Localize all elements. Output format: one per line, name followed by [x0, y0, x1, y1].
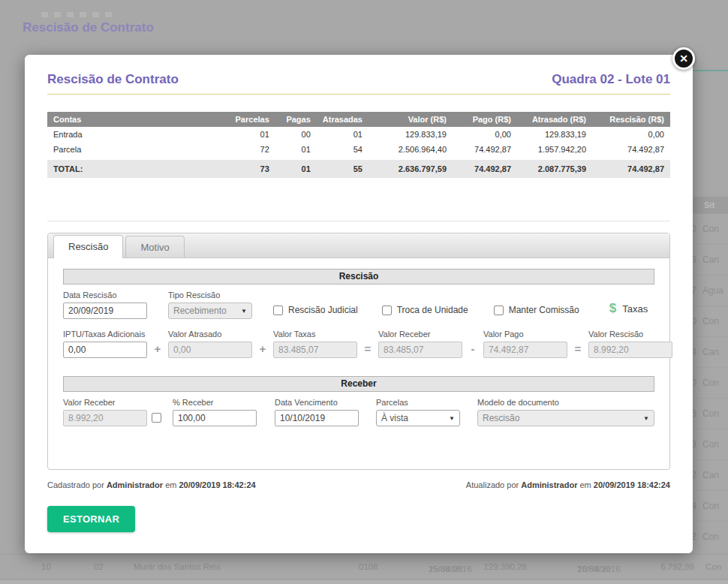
- manter-comissao-checkbox[interactable]: [494, 306, 504, 315]
- rescisao-modal: ✕ Rescisão de Contrato Quadra 02 - Lote …: [25, 55, 693, 553]
- valor-pago-label: Valor Pago: [483, 330, 567, 339]
- modal-title: Rescisão de Contrato: [47, 72, 179, 87]
- rescisao-form-row-2: IPTU/Taxas Adicionais + Valor Atrasado +…: [63, 330, 654, 358]
- valor-receber-input: [378, 342, 462, 358]
- valor-receber-field: Valor Receber: [378, 330, 462, 358]
- valor-atrasado-label: Valor Atrasado: [168, 330, 252, 339]
- tab-motivo[interactable]: Motivo: [125, 236, 184, 257]
- table-row-parcela: Parcela 72 01 54 2.506.964,40 74.492,87 …: [47, 142, 670, 158]
- header-divider: [47, 94, 670, 95]
- parcelas-label: Parcelas: [376, 398, 460, 407]
- modal-header: Rescisão de Contrato Quadra 02 - Lote 01: [47, 72, 670, 87]
- valor-taxas-input: [273, 342, 357, 358]
- receber-valor-field: Valor Receber: [63, 398, 147, 426]
- valor-rescisao-label: Valor Rescisão: [588, 330, 672, 339]
- equals-operator: =: [357, 342, 378, 358]
- data-vencimento-input[interactable]: [275, 410, 359, 426]
- receber-form-row: Valor Receber % Receber Data Vencimento …: [63, 398, 654, 426]
- rescisao-judicial-checkbox-group: Rescisão Judicial: [273, 305, 358, 315]
- bg-cell-datetime2: 26/04/2016 10:59:39: [552, 557, 602, 567]
- receber-section-title: Receber: [63, 376, 654, 392]
- bg-cell-id: 10: [41, 562, 51, 571]
- background-page-title: Rescisão de Contrato: [23, 20, 154, 35]
- data-vencimento-field: Data Vencimento: [275, 398, 359, 426]
- background-bottom-strip: [0, 580, 728, 584]
- chevron-down-icon: ▼: [449, 415, 455, 422]
- accounts-table: Contas Parcelas Pagas Atrasadas Valor (R…: [47, 112, 670, 178]
- receber-toggle-checkbox[interactable]: [152, 413, 161, 423]
- taxas-link[interactable]: $ Taxas: [609, 301, 648, 316]
- data-vencimento-label: Data Vencimento: [275, 398, 359, 407]
- perc-receber-input[interactable]: [173, 410, 257, 426]
- background-table-bottom-row: 10 02 Munir dos Santos Reis 0108 25/04/2…: [0, 554, 728, 579]
- updated-by-text: Atualizado por Administrador em 20/09/20…: [466, 480, 670, 489]
- modal-subtitle: Quadra 02 - Lote 01: [552, 72, 670, 87]
- valor-taxas-field: Valor Taxas: [273, 330, 357, 358]
- rescisao-judicial-checkbox[interactable]: [273, 306, 283, 315]
- plus-operator: +: [147, 342, 168, 358]
- taxas-label: Taxas: [622, 303, 648, 315]
- bg-cell-code: 0108: [359, 562, 378, 571]
- estornar-button[interactable]: ESTORNAR: [47, 506, 135, 532]
- close-icon[interactable]: ✕: [672, 47, 695, 70]
- equals-operator: =: [567, 342, 588, 358]
- troca-unidade-checkbox-group: Troca de Unidade: [382, 305, 468, 315]
- dollar-icon: $: [609, 301, 616, 316]
- chevron-down-icon: ▼: [643, 415, 649, 422]
- data-rescisao-field: Data Rescisão: [63, 290, 147, 319]
- manter-comissao-label: Manter Comissão: [509, 305, 579, 315]
- troca-unidade-checkbox[interactable]: [382, 306, 392, 315]
- tab-panel: Rescisão Motivo Rescisão Data Rescisão T…: [47, 233, 670, 470]
- valor-rescisao-field: Valor Rescisão: [588, 330, 672, 358]
- valor-rescisao-input: [588, 342, 672, 358]
- valor-atrasado-input: [168, 342, 252, 358]
- rescisao-form-row-1: Data Rescisão Tipo Rescisão Recebimento …: [63, 290, 654, 319]
- perc-receber-field: % Receber: [173, 398, 257, 426]
- chevron-down-icon: ▼: [241, 308, 247, 315]
- bg-cell-status: Con: [705, 562, 721, 571]
- receber-valor-input: [63, 410, 147, 426]
- iptu-input[interactable]: [63, 342, 147, 358]
- tab-strip: Rescisão Motivo: [48, 233, 669, 258]
- plus-operator: +: [252, 342, 273, 358]
- data-rescisao-label: Data Rescisão: [63, 290, 147, 300]
- data-rescisao-input[interactable]: [63, 303, 147, 319]
- bg-cell-datetime1: 25/04/2016 15:38:06: [404, 557, 453, 567]
- rescisao-judicial-label: Rescisão Judicial: [288, 305, 358, 315]
- iptu-field: IPTU/Taxas Adicionais: [63, 330, 147, 358]
- tipo-rescisao-select: Recebimento ▼: [168, 303, 252, 319]
- iptu-label: IPTU/Taxas Adicionais: [63, 330, 147, 339]
- valor-atrasado-field: Valor Atrasado: [168, 330, 252, 358]
- valor-receber-label: Valor Receber: [378, 330, 462, 339]
- table-row-entrada: Entrada 01 00 01 129.833,19 0,00 129.833…: [47, 127, 670, 142]
- table-row-total: TOTAL: 73 01 55 2.636.797,59 74.492,87 2…: [47, 158, 670, 178]
- receber-valor-label: Valor Receber: [63, 398, 147, 407]
- minus-operator: -: [462, 342, 483, 358]
- background-menu-dots: [41, 12, 112, 17]
- modal-footer: Cadastrado por Administrador em 20/09/20…: [47, 480, 670, 489]
- parcelas-field: Parcelas À vista ▼: [376, 398, 460, 426]
- modelo-documento-select: Rescisão ▼: [477, 410, 654, 426]
- bg-cell-unit: 02: [94, 562, 104, 571]
- manter-comissao-checkbox-group: Manter Comissão: [494, 305, 579, 315]
- rescisao-section-title: Rescisão: [63, 269, 654, 284]
- bg-cell-value2: 6.792,99: [649, 562, 694, 571]
- accounts-table-header: Contas Parcelas Pagas Atrasadas Valor (R…: [47, 112, 670, 127]
- troca-unidade-label: Troca de Unidade: [397, 305, 468, 315]
- modelo-documento-field: Modelo de documento Rescisão ▼: [477, 398, 654, 426]
- tipo-rescisao-field: Tipo Rescisão Recebimento ▼: [168, 290, 252, 319]
- perc-receber-label: % Receber: [173, 398, 257, 407]
- bg-cell-value1: 129.390,28: [480, 562, 527, 571]
- parcelas-select[interactable]: À vista ▼: [376, 410, 460, 426]
- valor-taxas-label: Valor Taxas: [273, 330, 357, 339]
- tab-rescisao[interactable]: Rescisão: [53, 235, 123, 258]
- bg-cell-name: Munir dos Santos Reis: [134, 562, 221, 571]
- mid-divider: [47, 221, 670, 221]
- valor-pago-field: Valor Pago: [483, 330, 567, 358]
- modelo-documento-label: Modelo de documento: [477, 398, 654, 407]
- tipo-rescisao-label: Tipo Rescisão: [168, 290, 252, 300]
- created-by-text: Cadastrado por Administrador em 20/09/20…: [47, 480, 256, 489]
- tab-content-rescisao: Rescisão Data Rescisão Tipo Rescisão Rec…: [48, 258, 669, 426]
- valor-pago-input: [483, 342, 567, 358]
